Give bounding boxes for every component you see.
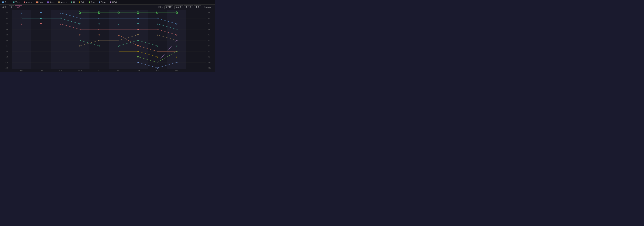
legend-color-htmx xyxy=(110,1,112,3)
legend-color-react xyxy=(2,1,4,3)
legend-color-svelte xyxy=(47,1,48,3)
legend-color-alpinejs xyxy=(58,1,60,3)
svg-text:#1: #1 xyxy=(137,10,139,12)
legend-label-preact: Preact xyxy=(38,1,44,3)
legend-label-vuejs: Vue.js xyxy=(15,1,20,3)
view-button-1[interactable]: 认知度 xyxy=(174,5,183,9)
legend-item-alpinejs[interactable]: Alpine.js xyxy=(58,1,67,3)
svg-text:2019: 2019 xyxy=(78,70,82,71)
view-button-4[interactable]: Positivity xyxy=(202,6,212,9)
legend-item-htmx[interactable]: HTMX xyxy=(110,1,118,3)
svg-text:#5: #5 xyxy=(208,34,210,36)
svg-text:#9: #9 xyxy=(208,56,210,58)
svg-rect-2 xyxy=(51,10,70,69)
svg-text:#1: #1 xyxy=(176,10,178,12)
legend-label-stencil: Stencil xyxy=(101,1,106,3)
svg-text:#1: #1 xyxy=(79,10,81,12)
view-button-3[interactable]: 保留 xyxy=(194,5,201,9)
svg-text:#7: #7 xyxy=(6,45,8,47)
svg-rect-6 xyxy=(128,10,148,69)
svg-text:2024: 2024 xyxy=(175,70,178,71)
svg-rect-4 xyxy=(90,10,109,69)
legend-color-solid xyxy=(79,1,80,3)
legend-item-preact[interactable]: Preact xyxy=(36,1,44,3)
legend-item-solid[interactable]: Solid xyxy=(79,1,85,3)
svg-text:#1: #1 xyxy=(156,10,158,12)
svg-text:#3: #3 xyxy=(208,23,210,25)
legend-color-stencil xyxy=(98,1,100,3)
svg-text:#11: #11 xyxy=(6,67,8,69)
svg-rect-8 xyxy=(167,10,186,69)
svg-text:2023: 2023 xyxy=(156,70,159,71)
controls-bar: 模式： 值 排名 视图： 使用度认知度关注度保留Positivity xyxy=(0,5,215,10)
view-label: 视图： xyxy=(158,6,163,8)
svg-text:#1: #1 xyxy=(118,10,120,12)
legend-label-qwik: Qwik xyxy=(91,1,95,3)
legend-item-stencil[interactable]: Stencil xyxy=(98,1,106,3)
legend-label-react: React xyxy=(5,1,10,3)
svg-text:#8: #8 xyxy=(208,50,210,52)
legend-item-react[interactable]: React xyxy=(2,1,10,3)
legend-item-angular[interactable]: Angular xyxy=(24,1,32,3)
legend-color-angular xyxy=(24,1,25,3)
svg-text:#4: #4 xyxy=(208,28,210,30)
mode-label: 模式： xyxy=(2,6,8,8)
legend-item-qwik[interactable]: Qwik xyxy=(88,1,95,3)
svg-text:#6: #6 xyxy=(6,39,8,41)
svg-text:#11: #11 xyxy=(208,67,211,69)
svg-text:2022: 2022 xyxy=(136,70,140,71)
legend-label-angular: Angular xyxy=(26,1,32,3)
svg-text:#1: #1 xyxy=(98,10,100,12)
svg-text:#1: #1 xyxy=(208,12,210,14)
svg-text:#3: #3 xyxy=(6,23,8,25)
legend-color-qwik xyxy=(88,1,90,3)
chart-container: #1 #2 #3 #4 #5 #6 #7 #8 #9 #10 #11 #1 #2… xyxy=(0,10,215,72)
legend-item-lit[interactable]: Lit xyxy=(71,1,75,3)
svg-text:#8: #8 xyxy=(6,50,8,52)
svg-text:#4: #4 xyxy=(6,28,8,30)
svg-rect-0 xyxy=(12,10,31,69)
legend-label-svelte: Svelte xyxy=(50,1,54,3)
legend-label-alpinejs: Alpine.js xyxy=(60,1,67,3)
svg-text:2021: 2021 xyxy=(117,70,120,71)
legend-item-vuejs[interactable]: Vue.js xyxy=(13,1,20,3)
mode-section: 模式： 值 排名 xyxy=(2,5,22,9)
svg-text:#7: #7 xyxy=(208,45,210,47)
svg-rect-1 xyxy=(31,10,51,69)
svg-text:#5: #5 xyxy=(6,34,8,36)
legend-label-lit: Lit xyxy=(73,1,75,3)
view-button-0[interactable]: 使用度 xyxy=(164,5,173,9)
rank-chart: #1 #2 #3 #4 #5 #6 #7 #8 #9 #10 #11 #1 #2… xyxy=(0,10,215,72)
legend-color-lit xyxy=(71,1,72,3)
legend-color-vuejs xyxy=(13,1,14,3)
view-section: 视图： 使用度认知度关注度保留Positivity xyxy=(158,5,212,9)
legend-bar: ReactVue.jsAngularPreactSvelteAlpine.jsL… xyxy=(0,0,215,5)
svg-text:2018: 2018 xyxy=(58,70,62,71)
svg-text:#10: #10 xyxy=(6,61,8,63)
svg-text:#2: #2 xyxy=(6,17,8,19)
svg-text:#10: #10 xyxy=(208,61,211,63)
mode-rank-button[interactable]: 排名 xyxy=(15,5,22,9)
svg-text:#2: #2 xyxy=(208,17,210,19)
legend-item-svelte[interactable]: Svelte xyxy=(47,1,54,3)
legend-label-solid: Solid xyxy=(81,1,85,3)
svg-text:#6: #6 xyxy=(208,39,210,41)
mode-value-button[interactable]: 值 xyxy=(9,5,14,9)
svg-rect-5 xyxy=(109,10,128,69)
legend-color-preact xyxy=(36,1,38,3)
svg-text:2020: 2020 xyxy=(98,70,101,71)
view-button-2[interactable]: 关注度 xyxy=(184,5,193,9)
svg-rect-3 xyxy=(70,10,90,69)
svg-text:2017: 2017 xyxy=(39,70,43,71)
svg-text:#1: #1 xyxy=(6,12,8,14)
legend-label-htmx: HTMX xyxy=(112,1,118,3)
svg-text:2016: 2016 xyxy=(20,70,24,71)
svg-text:#9: #9 xyxy=(6,56,8,58)
